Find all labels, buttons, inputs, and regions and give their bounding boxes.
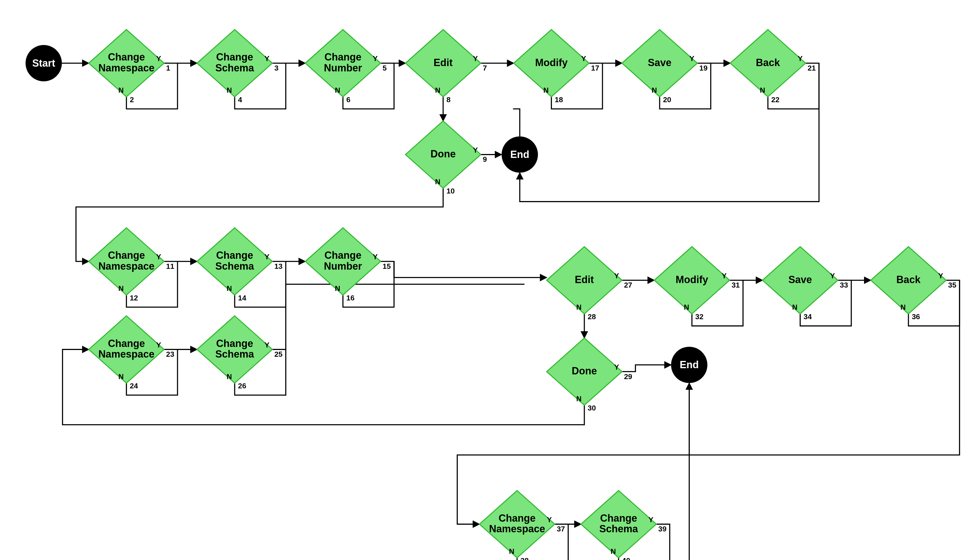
step-number: 23 xyxy=(166,350,174,358)
step-number: 33 xyxy=(840,281,848,289)
step-number: 20 xyxy=(663,95,671,104)
no-label: N xyxy=(227,86,232,94)
step-number: 39 xyxy=(658,525,666,533)
yes-label: Y xyxy=(830,272,835,280)
step-number: 3 xyxy=(274,64,279,72)
node-d_cnu1: ChangeNumberY5N6 xyxy=(306,30,387,104)
no-label: N xyxy=(435,178,441,186)
step-number: 11 xyxy=(166,262,174,270)
edge-32 xyxy=(622,365,671,372)
node-end1: End xyxy=(501,137,538,173)
step-number: 22 xyxy=(771,95,780,104)
yes-label: Y xyxy=(264,54,269,63)
step-number: 29 xyxy=(624,372,632,381)
no-label: N xyxy=(652,86,657,94)
step-number: 10 xyxy=(447,187,455,195)
edge-41 xyxy=(656,383,689,560)
step-number: 5 xyxy=(383,64,387,72)
yes-label: Y xyxy=(156,253,161,261)
edge-23 xyxy=(381,262,524,278)
node-label: Edit xyxy=(434,57,453,68)
step-number: 14 xyxy=(238,294,247,302)
yes-label: Y xyxy=(264,253,269,261)
step-number: 25 xyxy=(274,350,282,358)
node-label: Done xyxy=(572,365,597,377)
flowchart-canvas: StartChangeNamespaceY1N2ChangeSchemaY3N4… xyxy=(0,0,975,560)
step-number: 19 xyxy=(699,64,708,72)
no-label: N xyxy=(611,547,616,555)
yes-label: Y xyxy=(547,515,552,524)
step-number: 31 xyxy=(731,281,740,289)
node-label: ChangeNumber xyxy=(324,250,362,272)
no-label: N xyxy=(335,284,340,293)
no-label: N xyxy=(543,86,549,94)
node-label: Save xyxy=(788,273,812,285)
node-start: Start xyxy=(25,45,62,82)
node-label: ChangeNumber xyxy=(324,51,362,73)
node-d_csc3: ChangeSchemaY25N26 xyxy=(197,316,282,390)
no-label: N xyxy=(227,372,232,381)
step-number: 35 xyxy=(948,281,956,289)
edge-33 xyxy=(689,280,960,455)
node-label: End xyxy=(510,149,529,160)
no-label: N xyxy=(118,284,124,293)
yes-label: Y xyxy=(372,54,378,63)
yes-label: Y xyxy=(372,253,378,261)
step-number: 4 xyxy=(238,95,242,104)
node-d_mod2: ModifyY31N32 xyxy=(654,247,740,321)
no-label: N xyxy=(576,303,582,312)
node-label: End xyxy=(680,359,699,370)
step-number: 18 xyxy=(555,95,563,104)
no-label: N xyxy=(118,372,124,381)
step-number: 37 xyxy=(557,525,565,533)
node-label: Start xyxy=(32,57,55,69)
step-number: 26 xyxy=(238,382,246,390)
node-d_cns4: ChangeNamespaceY37N38 xyxy=(479,490,565,560)
step-number: 12 xyxy=(130,294,138,302)
node-d_cnu2: ChangeNumberY15N16 xyxy=(306,228,391,302)
yes-label: Y xyxy=(938,272,943,280)
yes-label: Y xyxy=(581,54,586,63)
no-label: N xyxy=(227,284,232,293)
node-d_done2: DoneY29N30 xyxy=(547,338,632,412)
node-label: Edit xyxy=(575,273,594,285)
no-label: N xyxy=(435,86,441,94)
yes-label: Y xyxy=(614,363,619,371)
yes-label: Y xyxy=(264,341,269,349)
step-number: 17 xyxy=(591,64,599,72)
node-label: Back xyxy=(896,273,921,285)
node-d_save1: SaveY19N20 xyxy=(622,30,708,104)
no-label: N xyxy=(760,86,765,94)
no-label: N xyxy=(509,547,514,555)
node-d_cns2: ChangeNamespaceY11N12 xyxy=(89,228,174,302)
no-label: N xyxy=(576,395,582,403)
yes-label: Y xyxy=(473,54,478,63)
node-d_done1: DoneY9N10 xyxy=(406,121,487,195)
step-number: 27 xyxy=(624,281,632,289)
no-label: N xyxy=(792,303,797,312)
node-d_csc4: ChangeSchemaY39N40 xyxy=(581,490,666,560)
yes-label: Y xyxy=(156,54,161,63)
node-d_edit2: EditY27N28 xyxy=(547,247,632,321)
node-label: Save xyxy=(648,57,671,68)
step-number: 2 xyxy=(130,95,134,104)
step-number: 40 xyxy=(622,557,630,560)
yes-label: Y xyxy=(614,272,619,280)
step-number: 21 xyxy=(808,64,816,72)
step-number: 16 xyxy=(346,294,354,302)
no-label: N xyxy=(335,86,340,94)
step-number: 30 xyxy=(588,404,596,412)
yes-label: Y xyxy=(690,54,695,63)
node-d_back1: BackY21N22 xyxy=(730,30,816,104)
node-label: Modify xyxy=(535,57,568,68)
yes-label: Y xyxy=(722,272,727,280)
node-label: Back xyxy=(756,57,780,68)
edge-36 xyxy=(272,284,524,350)
node-d_mod1: ModifyY17N18 xyxy=(514,30,599,104)
node-label: ChangeSchema xyxy=(215,250,254,272)
node-label: ChangeSchema xyxy=(215,51,254,73)
step-number: 38 xyxy=(521,557,529,560)
step-number: 8 xyxy=(447,95,451,104)
node-d_csc1: ChangeSchemaY3N4 xyxy=(197,30,279,104)
node-end2: End xyxy=(671,347,708,383)
